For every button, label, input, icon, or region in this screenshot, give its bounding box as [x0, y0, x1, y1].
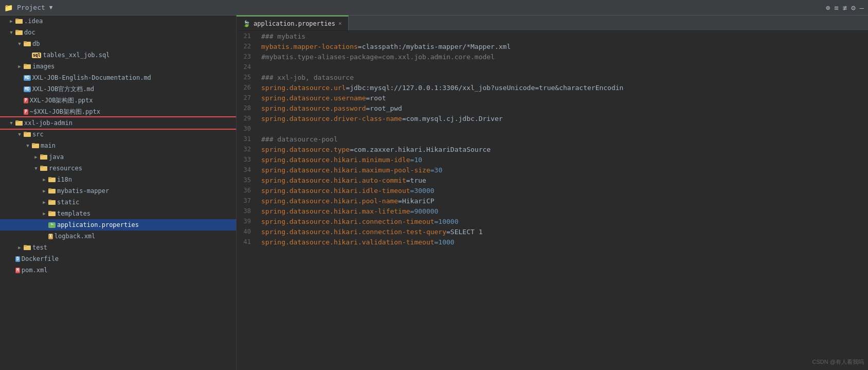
line-content: spring.datasource.password=root_pwd [257, 104, 868, 112]
sidebar-item-doc[interactable]: ▼doc [0, 27, 236, 38]
sidebar-item-main[interactable]: ▼main [0, 140, 236, 151]
item-label: doc [24, 29, 35, 36]
code-line: 26spring.datasource.url=jdbc:mysql://127… [237, 82, 868, 93]
sidebar-item-pom_xml[interactable]: Mpom.xml [0, 265, 236, 276]
minimize-icon[interactable]: — [860, 4, 864, 12]
svg-rect-19 [48, 177, 51, 179]
item-label: application.properties [57, 221, 139, 228]
code-segment: spring.datasource.url [261, 84, 346, 92]
line-content [257, 63, 868, 71]
chevron-icon: ▼ [16, 41, 23, 47]
svg-rect-15 [40, 154, 43, 156]
item-label: i18n [57, 176, 72, 183]
item-label: static [57, 199, 79, 206]
tab-application-properties[interactable]: 🍃 application.properties × [237, 15, 349, 30]
line-number: 39 [237, 218, 257, 225]
code-segment: =com.mysql.cj.jdbc.Driver [402, 115, 503, 122]
sidebar-item-mybatis_mapper[interactable]: ▶mybatis-mapper [0, 185, 236, 197]
line-content: spring.datasource.hikari.auto-commit=tru… [257, 177, 868, 184]
line-content: spring.datasource.hikari.pool-name=Hikar… [257, 197, 868, 205]
code-segment: spring.datasource.hikari.max-lifetime [261, 207, 410, 215]
sidebar-item-test[interactable]: ▶test [0, 242, 236, 253]
code-line: 36spring.datasource.hikari.idle-timeout=… [237, 185, 868, 196]
sidebar-item-xxl_job_admin[interactable]: ▼xxl-job-admin [0, 117, 236, 129]
tab-close-button[interactable]: × [338, 20, 342, 27]
line-content: ### xxl-job, datasource [257, 74, 868, 81]
item-label: xxl-job-admin [24, 119, 73, 127]
code-line: 30 [237, 124, 868, 134]
line-number: 41 [237, 238, 257, 245]
svg-rect-7 [24, 64, 27, 65]
code-segment: spring.datasource.password [261, 104, 366, 112]
line-number: 36 [237, 187, 257, 194]
sidebar-item-idea[interactable]: ▶.idea [0, 15, 236, 27]
line-content: spring.datasource.hikari.maximum-pool-si… [257, 166, 868, 174]
sidebar-item-dockerfile[interactable]: DDockerfile [0, 253, 236, 265]
item-label: test [32, 244, 47, 251]
line-number: 32 [237, 146, 257, 153]
svg-rect-25 [48, 211, 51, 213]
line-content: spring.datasource.type=com.zaxxer.hikari… [257, 146, 868, 153]
sidebar-item-images[interactable]: ▶images [0, 61, 236, 72]
sidebar-item-static[interactable]: ▶static [0, 197, 236, 208]
item-label: XXL-JOB官方文档.md [32, 85, 94, 94]
svg-rect-23 [48, 200, 51, 201]
code-line: 34spring.datasource.hikari.maximum-pool-… [237, 165, 868, 175]
sidebar-item-application_properties[interactable]: 🍃application.properties [0, 219, 236, 231]
code-segment: spring.datasource.driver-class-name [261, 115, 402, 122]
sidebar-item-xxl_doc_en[interactable]: MDXXL-JOB-English-Documentation.md [0, 72, 236, 83]
globe-icon[interactable]: ⊕ [826, 4, 830, 12]
dropdown-icon[interactable]: ▼ [49, 4, 53, 11]
line-number: 34 [237, 166, 257, 173]
tab-label: application.properties [254, 20, 335, 27]
code-line: 21### mybatis [237, 31, 868, 41]
line-number: 26 [237, 84, 257, 91]
sidebar-item-logback_xml[interactable]: Xlogback.xml [0, 231, 236, 242]
line-content: spring.datasource.hikari.validation-time… [257, 238, 868, 246]
sidebar-item-xxl_doc_cn[interactable]: MDXXL-JOB官方文档.md [0, 83, 236, 95]
sidebar-item-xxl_arch_pptx[interactable]: PXXL-JOB架构图.pptx [0, 95, 236, 106]
code-segment: spring.datasource.hikari.connection-test… [261, 228, 446, 236]
chevron-icon: ▶ [33, 154, 39, 160]
item-label: main [41, 142, 56, 149]
svg-rect-17 [40, 166, 43, 167]
line-number: 27 [237, 94, 257, 101]
code-line: 32spring.datasource.type=com.zaxxer.hika… [237, 144, 868, 154]
top-bar: 📁 Project ▼ ⊕ ≡ ≢ ⚙ — [0, 0, 868, 15]
code-line: 29spring.datasource.driver-class-name=co… [237, 113, 868, 124]
code-segment: =900000 [410, 207, 439, 215]
sidebar-item-xxl_arch_pptx2[interactable]: P~$XXL-JOB架构图.pptx [0, 106, 236, 117]
sidebar-item-templates[interactable]: ▶templates [0, 208, 236, 219]
code-line: 28spring.datasource.password=root_pwd [237, 103, 868, 113]
sidebar-item-tables_xxl_job[interactable]: sqltables_xxl_job.sql [0, 49, 236, 61]
svg-rect-11 [24, 132, 27, 133]
code-segment: =30 [430, 166, 442, 174]
code-line: 33spring.datasource.hikari.minimum-idle=… [237, 154, 868, 165]
line-content: spring.datasource.username=root [257, 94, 868, 102]
line-number: 38 [237, 207, 257, 215]
item-label: ~$XXL-JOB架构图.pptx [30, 108, 100, 116]
item-label: XXL-JOB架构图.pptx [30, 96, 93, 105]
list-icon[interactable]: ≡ [834, 4, 838, 12]
chevron-icon: ▶ [8, 18, 14, 24]
line-content: mybatis.mapper-locations=classpath:/myba… [257, 43, 868, 50]
chevron-icon: ▼ [8, 120, 14, 126]
code-segment: =10000 [435, 218, 459, 225]
line-content: spring.datasource.hikari.connection-test… [257, 228, 868, 236]
sidebar-item-src[interactable]: ▼src [0, 129, 236, 140]
chevron-icon: ▶ [41, 199, 47, 205]
sidebar-item-i18n[interactable]: ▶i18n [0, 174, 236, 185]
code-line: 35spring.datasource.hikari.auto-commit=t… [237, 175, 868, 185]
code-segment: #mybatis.type-aliases-package=com.xxl.jo… [261, 53, 495, 61]
line-content: ### datasource-pool [257, 135, 868, 143]
editor-area: 🍃 application.properties × 21### mybatis… [237, 15, 868, 370]
code-segment: ### xxl-job, datasource [261, 74, 354, 81]
sort-icon[interactable]: ≢ [843, 4, 847, 12]
sidebar-item-java[interactable]: ▶java [0, 151, 236, 163]
item-label: resources [49, 165, 82, 172]
code-segment: spring.datasource.hikari.connection-time… [261, 218, 435, 225]
code-segment: =30000 [410, 187, 435, 195]
settings-icon[interactable]: ⚙ [851, 4, 855, 12]
sidebar-item-db[interactable]: ▼db [0, 38, 236, 49]
sidebar-item-resources[interactable]: ▼resources [0, 163, 236, 174]
